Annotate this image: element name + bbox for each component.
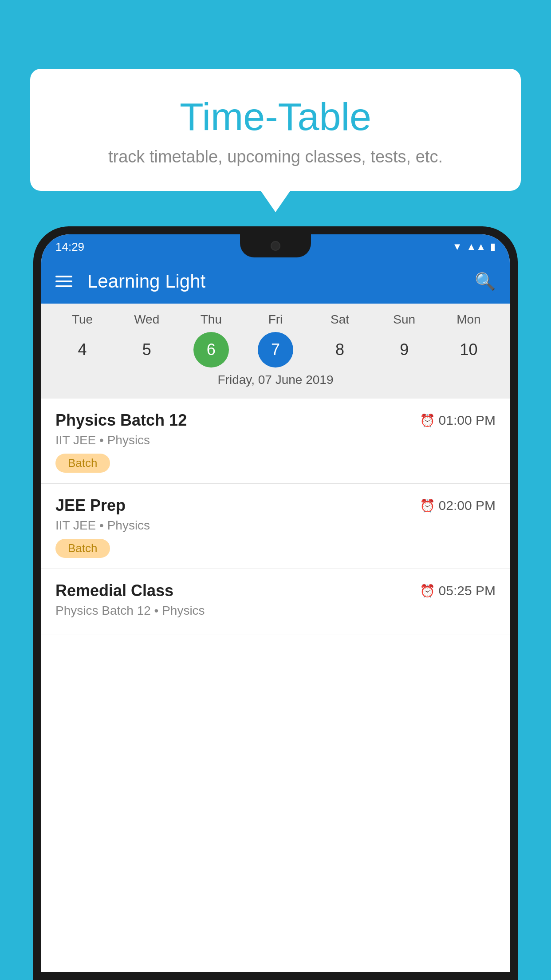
item-subtitle-2: IIT JEE • Physics [55,518,496,533]
speech-bubble: Time-Table track timetable, upcoming cla… [30,69,521,191]
search-icon[interactable]: 🔍 [475,272,496,291]
phone-outer: 14:29 ▼ ▲▲ ▮ Learning Light 🔍 [33,226,518,980]
app-title: Learning Light [87,271,460,292]
schedule-list: Physics Batch 12 ⏰ 01:00 PM IIT JEE • Ph… [41,399,510,972]
day-7-selected[interactable]: 7 [258,332,293,368]
day-9[interactable]: 9 [386,332,422,368]
item-header-2: JEE Prep ⏰ 02:00 PM [55,496,496,515]
batch-badge-2: Batch [55,539,110,558]
item-time-2: ⏰ 02:00 PM [420,498,496,513]
phone-camera [271,241,280,251]
day-header-sat: Sat [322,312,358,327]
clock-icon-2: ⏰ [420,498,435,513]
day-header-tue: Tue [65,312,100,327]
day-10[interactable]: 10 [451,332,486,368]
day-4[interactable]: 4 [65,332,100,368]
day-8[interactable]: 8 [322,332,358,368]
time-label-2: 02:00 PM [439,498,496,513]
signal-icon: ▲▲ [466,241,486,253]
bubble-subtitle: track timetable, upcoming classes, tests… [48,147,503,166]
calendar-strip: Tue Wed Thu Fri Sat Sun Mon 4 5 6 7 8 9 … [41,304,510,399]
day-headers: Tue Wed Thu Fri Sat Sun Mon [41,312,510,327]
phone-notch [240,234,311,257]
item-time-1: ⏰ 01:00 PM [420,413,496,428]
day-6-today[interactable]: 6 [193,332,229,368]
phone-screen: 14:29 ▼ ▲▲ ▮ Learning Light 🔍 [41,234,510,972]
time-label-3: 05:25 PM [439,583,496,598]
app-bar: Learning Light 🔍 [41,259,510,304]
item-title-3: Remedial Class [55,581,173,600]
speech-bubble-container: Time-Table track timetable, upcoming cla… [30,69,521,191]
wifi-icon: ▼ [453,241,462,253]
schedule-item-3[interactable]: Remedial Class ⏰ 05:25 PM Physics Batch … [41,569,510,635]
time-label-1: 01:00 PM [439,413,496,428]
day-header-wed: Wed [129,312,165,327]
phone-frame: 14:29 ▼ ▲▲ ▮ Learning Light 🔍 [33,226,518,980]
schedule-item-2[interactable]: JEE Prep ⏰ 02:00 PM IIT JEE • Physics Ba… [41,484,510,569]
item-header-1: Physics Batch 12 ⏰ 01:00 PM [55,411,496,430]
clock-icon-1: ⏰ [420,413,435,428]
status-icons: ▼ ▲▲ ▮ [453,241,496,253]
batch-badge-1: Batch [55,454,110,473]
day-header-fri: Fri [258,312,293,327]
hamburger-menu-icon[interactable] [55,276,73,287]
battery-icon: ▮ [490,241,496,253]
item-subtitle-3: Physics Batch 12 • Physics [55,604,496,618]
day-header-mon: Mon [451,312,486,327]
schedule-item-1[interactable]: Physics Batch 12 ⏰ 01:00 PM IIT JEE • Ph… [41,399,510,484]
selected-date: Friday, 07 June 2019 [41,368,510,394]
item-title-1: Physics Batch 12 [55,411,187,430]
day-5[interactable]: 5 [129,332,165,368]
day-header-sun: Sun [386,312,422,327]
item-subtitle-1: IIT JEE • Physics [55,433,496,447]
item-title-2: JEE Prep [55,496,126,515]
clock-icon-3: ⏰ [420,584,435,598]
bubble-title: Time-Table [48,95,503,138]
item-header-3: Remedial Class ⏰ 05:25 PM [55,581,496,600]
item-time-3: ⏰ 05:25 PM [420,583,496,598]
day-header-thu: Thu [193,312,229,327]
status-time: 14:29 [55,240,84,254]
day-numbers: 4 5 6 7 8 9 10 [41,332,510,368]
